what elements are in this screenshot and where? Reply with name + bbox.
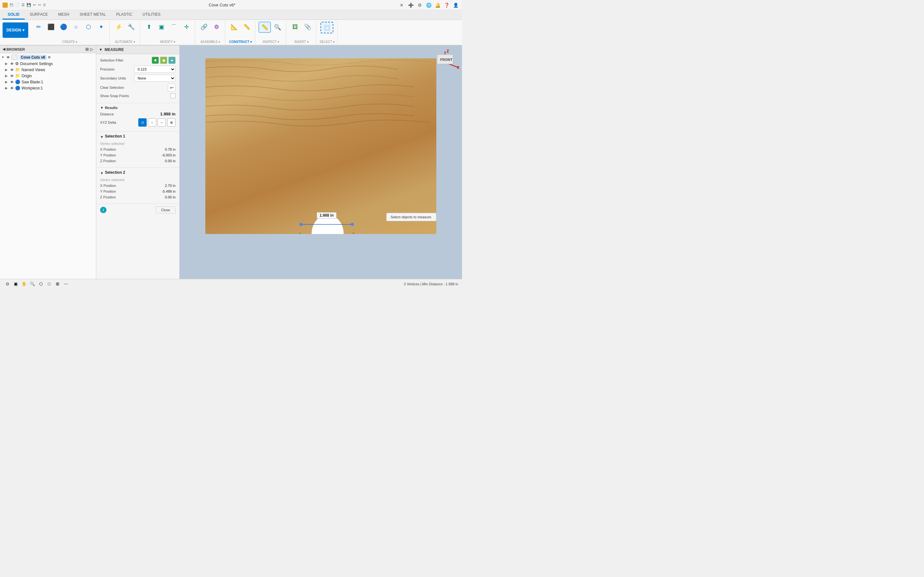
label-workpiece: Workpiece:1 bbox=[21, 86, 43, 90]
xyz-y-btn[interactable]: → bbox=[158, 118, 166, 127]
filter-btn-lime[interactable]: ◆ bbox=[160, 57, 167, 64]
cove-cuts-options[interactable]: ⚙ bbox=[48, 55, 51, 59]
assemble-btn2[interactable]: ⚙ bbox=[211, 22, 222, 32]
inspect-btn2[interactable]: 🔍 bbox=[272, 22, 283, 32]
precision-dropdown[interactable]: 0.123 0.12 0.1 0 bbox=[134, 66, 176, 73]
create-sphere-btn[interactable]: ○ bbox=[70, 22, 82, 32]
modify-btn4[interactable]: ✛ bbox=[181, 22, 192, 32]
sel1-x-row: X Position 0.78 in bbox=[100, 147, 176, 151]
pattern-icon: ✦ bbox=[97, 23, 105, 31]
sidebar-options-icon[interactable]: ⊞ bbox=[86, 47, 89, 52]
selection2-vertex: Vertex selected bbox=[100, 178, 176, 182]
sidebar-item-cove-cuts[interactable]: ▼ 👁 📄 Cove Cuts v6 ⚙ bbox=[0, 54, 96, 61]
help-btn[interactable]: ❓ bbox=[443, 1, 451, 9]
status-grid-btn[interactable]: ⊞ bbox=[54, 280, 61, 287]
status-display-btn[interactable]: ▣ bbox=[12, 280, 19, 287]
info-icon[interactable]: i bbox=[100, 207, 107, 213]
menu-hamburger[interactable]: ☰ bbox=[21, 3, 25, 7]
eye-icon-cove[interactable]: 👁 bbox=[6, 55, 10, 59]
modify-btn1[interactable]: ⬆ bbox=[143, 22, 155, 32]
create-cyl-btn[interactable]: 🔵 bbox=[58, 22, 69, 32]
sel2-z-label: Z Position bbox=[100, 195, 132, 199]
tab-mesh[interactable]: MESH bbox=[53, 10, 74, 19]
xyz-x-btn[interactable]: ↑ bbox=[148, 118, 156, 127]
notif-btn[interactable]: 🔔 bbox=[434, 1, 441, 9]
close-btn[interactable]: Close bbox=[156, 206, 176, 213]
construct-btn1[interactable]: 📐 bbox=[228, 22, 240, 32]
tab-sheet-metal[interactable]: SHEET METAL bbox=[74, 10, 111, 19]
status-more-btn[interactable]: ⋯ bbox=[62, 280, 69, 287]
create-box-btn[interactable]: ⬛ bbox=[45, 22, 57, 32]
tab-solid[interactable]: SOLID bbox=[3, 10, 25, 19]
assemble-btn1[interactable]: 🔗 bbox=[198, 22, 210, 32]
folder-icon-origin: 📁 bbox=[15, 73, 20, 78]
tab-utilities[interactable]: UTILITIES bbox=[137, 10, 166, 19]
component-icon-workpiece: 🔵 bbox=[15, 85, 20, 90]
inspect-measure-btn[interactable]: 📏 bbox=[258, 22, 271, 33]
sidebar-collapse-icon[interactable]: ▷ bbox=[90, 47, 94, 52]
status-view-btn[interactable]: □ bbox=[45, 280, 53, 287]
status-pan-btn[interactable]: ✋ bbox=[21, 280, 27, 287]
sidebar-item-workpiece[interactable]: ▶ 👁 🔵 Workpiece:1 bbox=[0, 85, 96, 91]
create-plane-btn[interactable]: ⬡ bbox=[83, 22, 94, 32]
clear-selection-btn[interactable]: ↩ bbox=[168, 84, 176, 91]
arrow-workpiece: ▶ bbox=[5, 86, 9, 90]
account-btn[interactable]: 👤 bbox=[452, 1, 459, 9]
design-dropdown[interactable]: DESIGN ▾ bbox=[3, 23, 28, 38]
viewport[interactable]: 1.988 in 1 2 Select objects to measure. … bbox=[180, 45, 462, 279]
browser-btn[interactable]: 🌐 bbox=[425, 1, 433, 9]
xyz-z-btn[interactable]: ⊕ bbox=[167, 118, 176, 127]
sel1-z-value: 0.00 in bbox=[165, 159, 176, 163]
sidebar-item-origin[interactable]: ▶ 👁 📁 Origin bbox=[0, 73, 96, 79]
create-sketch-btn[interactable]: ✏ bbox=[33, 22, 44, 32]
create-pattern-btn[interactable]: ✦ bbox=[95, 22, 107, 32]
construct-btn2[interactable]: 📏 bbox=[241, 22, 252, 32]
view-cube-container[interactable]: Z X FRONT bbox=[431, 48, 459, 77]
new-tab-btn[interactable]: ➕ bbox=[407, 1, 415, 9]
status-snap-btn[interactable]: ⊙ bbox=[4, 280, 11, 287]
insert-icon2: 📎 bbox=[303, 23, 312, 31]
select-btn[interactable]: ⬚ bbox=[320, 22, 333, 33]
snap-checkbox[interactable] bbox=[170, 93, 176, 98]
insert-btn1[interactable]: 🖼 bbox=[289, 22, 301, 32]
insert-btn2[interactable]: 📎 bbox=[302, 22, 313, 32]
eye-icon-origin[interactable]: 👁 bbox=[10, 74, 14, 78]
eye-icon-saw[interactable]: 👁 bbox=[10, 80, 14, 84]
filter-btn-teal[interactable]: ● bbox=[168, 57, 176, 64]
modify-btn2[interactable]: ▣ bbox=[156, 22, 167, 32]
folder-icon-named: 📁 bbox=[15, 67, 20, 72]
app-menu[interactable]: 🗔 bbox=[10, 3, 13, 7]
status-zoom-btn[interactable]: 🔍 bbox=[29, 280, 36, 287]
status-select-btn[interactable]: ⬡ bbox=[37, 280, 44, 287]
sidebar-item-named-views[interactable]: ▶ 👁 📁 Named Views bbox=[0, 67, 96, 73]
plane-icon: ⬡ bbox=[84, 23, 93, 31]
xyz-all-btn[interactable]: ⊙ bbox=[138, 118, 147, 127]
tooltip-box: Select objects to measure. bbox=[386, 213, 436, 221]
filter-btn-green[interactable]: ■ bbox=[152, 57, 159, 64]
close-window-btn[interactable]: ✕ bbox=[398, 1, 405, 9]
undo-btn[interactable]: ↩ bbox=[33, 3, 36, 7]
titlebar-left: 🗔 📄 ☰ 💾 ↩ ↪ ⏱ bbox=[3, 3, 46, 8]
box-icon: ⬛ bbox=[47, 23, 55, 31]
secondary-units-dropdown[interactable]: None mm cm bbox=[134, 75, 176, 82]
browser-back-icon[interactable]: ◀ bbox=[3, 47, 5, 51]
file-menu[interactable]: 📄 bbox=[15, 3, 19, 7]
plane-at-angle-icon: 📏 bbox=[242, 23, 251, 31]
sidebar-item-doc-settings[interactable]: ▶ 👁 ⚙ Document Settings bbox=[0, 61, 96, 67]
settings-btn[interactable]: ⚙ bbox=[416, 1, 423, 9]
sidebar-item-saw-blade[interactable]: ▶ 👁 🔵 Saw Blade:1 bbox=[0, 79, 96, 85]
automate-btn1[interactable]: ⚡ bbox=[113, 22, 124, 32]
save-btn[interactable]: 💾 bbox=[27, 3, 31, 7]
automate-btn2[interactable]: 🔧 bbox=[126, 22, 137, 32]
tab-plastic[interactable]: PLASTIC bbox=[111, 10, 137, 19]
modify-btn3[interactable]: ⌒ bbox=[168, 22, 180, 32]
redo-btn[interactable]: ↪ bbox=[38, 3, 41, 7]
tab-surface[interactable]: SURFACE bbox=[25, 10, 53, 19]
eye-icon-workpiece[interactable]: 👁 bbox=[10, 86, 14, 90]
eye-icon-named[interactable]: 👁 bbox=[10, 68, 14, 72]
clear-selection-label: Clear Selection bbox=[100, 85, 132, 89]
history-btn[interactable]: ⏱ bbox=[43, 3, 46, 7]
ribbon: DESIGN ▾ ✏ ⬛ 🔵 ○ ⬡ ✦ CREATE ▾ bbox=[0, 20, 462, 45]
measure-panel: ▼ MEASURE Selection Filter ■ ◆ ● Precisi… bbox=[96, 45, 180, 279]
eye-icon-doc[interactable]: 👁 bbox=[10, 62, 14, 66]
